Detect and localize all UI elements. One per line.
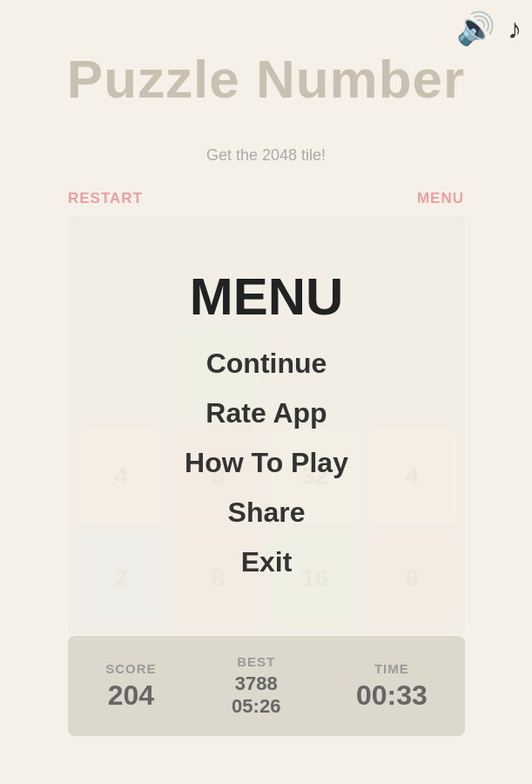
menu-item-exit[interactable]: Exit [241, 541, 293, 584]
time-value: 00:33 [356, 679, 428, 712]
score-label: SCORE [105, 661, 156, 676]
best-label: BEST [237, 654, 275, 669]
sound-icon[interactable]: 🔊 [456, 10, 495, 47]
menu-item-how-to-play[interactable]: How To Play [185, 442, 348, 484]
menu-overlay: MENU Continue Rate App How To Play Share… [68, 216, 465, 634]
menu-overlay-title: MENU [190, 267, 344, 327]
time-label: TIME [374, 661, 409, 676]
restart-button[interactable]: RESTART [68, 190, 143, 207]
music-icon[interactable]: ♪ [508, 13, 522, 45]
score-block-score: SCORE 204 [105, 661, 156, 712]
score-value: 204 [108, 679, 154, 712]
menu-button[interactable]: MENU [417, 190, 464, 207]
app-subtitle: Get the 2048 tile! [0, 146, 532, 165]
score-block-time: TIME 00:33 [356, 661, 428, 712]
score-block-best: BEST 3788 05:26 [232, 654, 280, 719]
header-icons: 🔊 ♪ [456, 10, 522, 47]
menu-item-rate-app[interactable]: Rate App [205, 392, 327, 435]
score-area: SCORE 204 BEST 3788 05:26 TIME 00:33 [68, 636, 465, 736]
app-title: Puzzle Number [0, 48, 532, 110]
menu-item-share[interactable]: Share [228, 491, 306, 534]
best-value: 3788 05:26 [232, 672, 280, 719]
menu-item-continue[interactable]: Continue [206, 342, 327, 385]
